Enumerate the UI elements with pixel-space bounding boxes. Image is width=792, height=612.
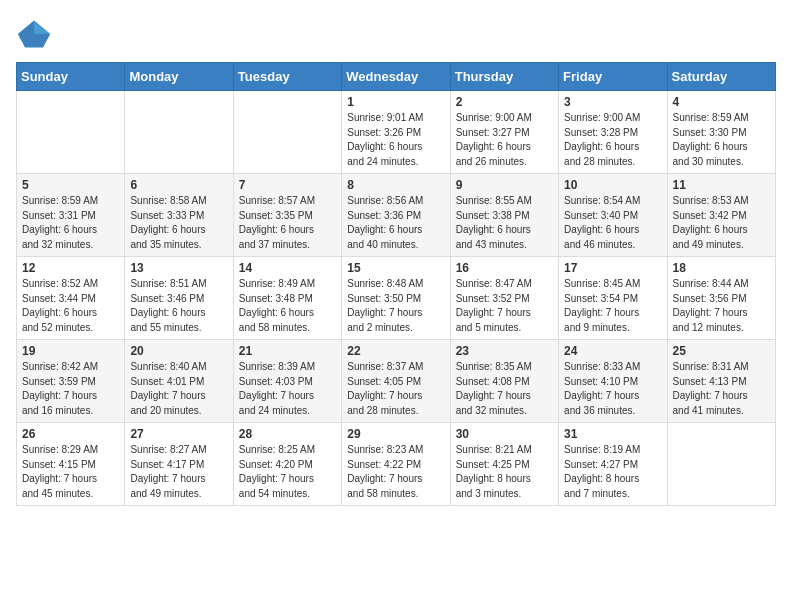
calendar-week-2: 5Sunrise: 8:59 AM Sunset: 3:31 PM Daylig… [17,174,776,257]
calendar-cell: 30Sunrise: 8:21 AM Sunset: 4:25 PM Dayli… [450,423,558,506]
calendar-cell: 5Sunrise: 8:59 AM Sunset: 3:31 PM Daylig… [17,174,125,257]
day-number: 20 [130,344,227,358]
day-number: 6 [130,178,227,192]
day-number: 31 [564,427,661,441]
weekday-header-thursday: Thursday [450,63,558,91]
day-number: 9 [456,178,553,192]
logo-icon [16,16,52,52]
day-info: Sunrise: 8:57 AM Sunset: 3:35 PM Dayligh… [239,194,336,252]
day-number: 13 [130,261,227,275]
day-number: 11 [673,178,770,192]
calendar-week-4: 19Sunrise: 8:42 AM Sunset: 3:59 PM Dayli… [17,340,776,423]
day-info: Sunrise: 8:35 AM Sunset: 4:08 PM Dayligh… [456,360,553,418]
calendar-cell: 12Sunrise: 8:52 AM Sunset: 3:44 PM Dayli… [17,257,125,340]
calendar-cell: 19Sunrise: 8:42 AM Sunset: 3:59 PM Dayli… [17,340,125,423]
calendar-cell: 22Sunrise: 8:37 AM Sunset: 4:05 PM Dayli… [342,340,450,423]
day-number: 19 [22,344,119,358]
day-number: 24 [564,344,661,358]
day-number: 1 [347,95,444,109]
day-info: Sunrise: 8:45 AM Sunset: 3:54 PM Dayligh… [564,277,661,335]
day-info: Sunrise: 8:23 AM Sunset: 4:22 PM Dayligh… [347,443,444,501]
calendar-cell: 31Sunrise: 8:19 AM Sunset: 4:27 PM Dayli… [559,423,667,506]
calendar-cell: 26Sunrise: 8:29 AM Sunset: 4:15 PM Dayli… [17,423,125,506]
day-info: Sunrise: 8:39 AM Sunset: 4:03 PM Dayligh… [239,360,336,418]
day-number: 10 [564,178,661,192]
day-number: 30 [456,427,553,441]
header [16,16,776,52]
calendar-cell [125,91,233,174]
calendar-cell: 9Sunrise: 8:55 AM Sunset: 3:38 PM Daylig… [450,174,558,257]
day-info: Sunrise: 8:37 AM Sunset: 4:05 PM Dayligh… [347,360,444,418]
day-number: 25 [673,344,770,358]
calendar-cell: 10Sunrise: 8:54 AM Sunset: 3:40 PM Dayli… [559,174,667,257]
calendar-cell: 20Sunrise: 8:40 AM Sunset: 4:01 PM Dayli… [125,340,233,423]
day-info: Sunrise: 8:27 AM Sunset: 4:17 PM Dayligh… [130,443,227,501]
day-number: 28 [239,427,336,441]
day-info: Sunrise: 8:47 AM Sunset: 3:52 PM Dayligh… [456,277,553,335]
day-number: 3 [564,95,661,109]
calendar-cell: 14Sunrise: 8:49 AM Sunset: 3:48 PM Dayli… [233,257,341,340]
day-number: 4 [673,95,770,109]
logo [16,16,58,52]
calendar-cell: 18Sunrise: 8:44 AM Sunset: 3:56 PM Dayli… [667,257,775,340]
calendar-cell: 2Sunrise: 9:00 AM Sunset: 3:27 PM Daylig… [450,91,558,174]
calendar-cell: 8Sunrise: 8:56 AM Sunset: 3:36 PM Daylig… [342,174,450,257]
day-number: 22 [347,344,444,358]
day-info: Sunrise: 8:52 AM Sunset: 3:44 PM Dayligh… [22,277,119,335]
day-number: 26 [22,427,119,441]
day-number: 23 [456,344,553,358]
calendar-week-1: 1Sunrise: 9:01 AM Sunset: 3:26 PM Daylig… [17,91,776,174]
day-info: Sunrise: 8:51 AM Sunset: 3:46 PM Dayligh… [130,277,227,335]
weekday-header-monday: Monday [125,63,233,91]
calendar-cell: 11Sunrise: 8:53 AM Sunset: 3:42 PM Dayli… [667,174,775,257]
day-info: Sunrise: 8:33 AM Sunset: 4:10 PM Dayligh… [564,360,661,418]
day-number: 15 [347,261,444,275]
calendar-cell [17,91,125,174]
day-info: Sunrise: 8:25 AM Sunset: 4:20 PM Dayligh… [239,443,336,501]
weekday-header-wednesday: Wednesday [342,63,450,91]
calendar-cell: 4Sunrise: 8:59 AM Sunset: 3:30 PM Daylig… [667,91,775,174]
weekday-header-sunday: Sunday [17,63,125,91]
day-info: Sunrise: 8:48 AM Sunset: 3:50 PM Dayligh… [347,277,444,335]
weekday-header-tuesday: Tuesday [233,63,341,91]
day-number: 8 [347,178,444,192]
day-number: 17 [564,261,661,275]
day-info: Sunrise: 9:00 AM Sunset: 3:27 PM Dayligh… [456,111,553,169]
day-info: Sunrise: 8:59 AM Sunset: 3:30 PM Dayligh… [673,111,770,169]
calendar-cell: 6Sunrise: 8:58 AM Sunset: 3:33 PM Daylig… [125,174,233,257]
calendar-cell: 7Sunrise: 8:57 AM Sunset: 3:35 PM Daylig… [233,174,341,257]
svg-marker-1 [34,21,50,35]
calendar-cell: 24Sunrise: 8:33 AM Sunset: 4:10 PM Dayli… [559,340,667,423]
day-info: Sunrise: 8:29 AM Sunset: 4:15 PM Dayligh… [22,443,119,501]
weekday-header-saturday: Saturday [667,63,775,91]
day-number: 12 [22,261,119,275]
day-number: 18 [673,261,770,275]
calendar-cell: 25Sunrise: 8:31 AM Sunset: 4:13 PM Dayli… [667,340,775,423]
day-number: 21 [239,344,336,358]
calendar-week-3: 12Sunrise: 8:52 AM Sunset: 3:44 PM Dayli… [17,257,776,340]
day-number: 27 [130,427,227,441]
calendar-cell: 27Sunrise: 8:27 AM Sunset: 4:17 PM Dayli… [125,423,233,506]
day-number: 29 [347,427,444,441]
calendar-cell [233,91,341,174]
weekday-header-friday: Friday [559,63,667,91]
day-info: Sunrise: 9:01 AM Sunset: 3:26 PM Dayligh… [347,111,444,169]
day-number: 16 [456,261,553,275]
day-info: Sunrise: 9:00 AM Sunset: 3:28 PM Dayligh… [564,111,661,169]
day-info: Sunrise: 8:31 AM Sunset: 4:13 PM Dayligh… [673,360,770,418]
day-info: Sunrise: 8:19 AM Sunset: 4:27 PM Dayligh… [564,443,661,501]
day-info: Sunrise: 8:55 AM Sunset: 3:38 PM Dayligh… [456,194,553,252]
day-info: Sunrise: 8:42 AM Sunset: 3:59 PM Dayligh… [22,360,119,418]
calendar-cell [667,423,775,506]
day-number: 7 [239,178,336,192]
day-info: Sunrise: 8:49 AM Sunset: 3:48 PM Dayligh… [239,277,336,335]
weekday-header-row: SundayMondayTuesdayWednesdayThursdayFrid… [17,63,776,91]
day-info: Sunrise: 8:58 AM Sunset: 3:33 PM Dayligh… [130,194,227,252]
calendar-cell: 29Sunrise: 8:23 AM Sunset: 4:22 PM Dayli… [342,423,450,506]
page-container: SundayMondayTuesdayWednesdayThursdayFrid… [0,0,792,516]
day-number: 5 [22,178,119,192]
day-info: Sunrise: 8:59 AM Sunset: 3:31 PM Dayligh… [22,194,119,252]
calendar-cell: 15Sunrise: 8:48 AM Sunset: 3:50 PM Dayli… [342,257,450,340]
calendar-cell: 3Sunrise: 9:00 AM Sunset: 3:28 PM Daylig… [559,91,667,174]
calendar-cell: 1Sunrise: 9:01 AM Sunset: 3:26 PM Daylig… [342,91,450,174]
